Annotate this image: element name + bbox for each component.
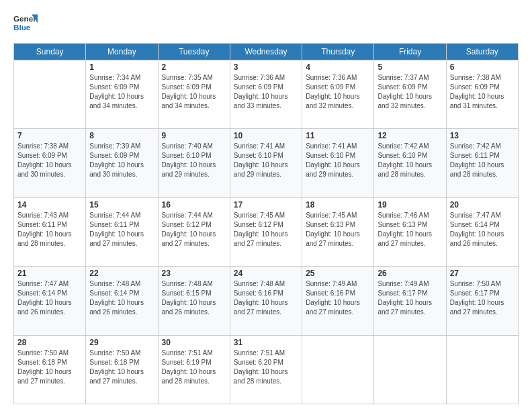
day-number: 2: [162, 62, 226, 72]
day-number: 25: [306, 269, 370, 278]
day-of-week-header: Saturday: [446, 44, 518, 60]
day-number: 13: [450, 131, 515, 140]
day-number: 22: [89, 269, 154, 278]
logo-flag-icon: General Blue: [13, 12, 38, 36]
day-number: 14: [17, 200, 82, 210]
day-number: 29: [89, 338, 154, 347]
calendar-cell: 14Sunrise: 7:43 AMSunset: 6:11 PMDayligh…: [14, 197, 86, 266]
day-number: 12: [378, 131, 442, 140]
day-info: Sunrise: 7:37 AMSunset: 6:09 PMDaylight:…: [378, 73, 442, 111]
calendar-cell: [374, 335, 446, 404]
header: General Blue: [13, 12, 519, 36]
logo: General Blue: [13, 12, 38, 36]
day-info: Sunrise: 7:36 AMSunset: 6:09 PMDaylight:…: [306, 73, 370, 111]
day-info: Sunrise: 7:49 AMSunset: 6:16 PMDaylight:…: [306, 279, 370, 317]
day-number: 4: [306, 62, 370, 72]
calendar-week-row: 28Sunrise: 7:50 AMSunset: 6:18 PMDayligh…: [14, 335, 519, 404]
day-info: Sunrise: 7:45 AMSunset: 6:13 PMDaylight:…: [306, 211, 370, 248]
calendar-header-row: SundayMondayTuesdayWednesdayThursdayFrid…: [14, 44, 519, 60]
day-number: 16: [162, 200, 226, 210]
calendar-cell: 17Sunrise: 7:45 AMSunset: 6:12 PMDayligh…: [230, 197, 302, 266]
calendar-page: General Blue SundayMondayTuesdayWednesda…: [0, 0, 532, 411]
day-number: 24: [234, 269, 298, 278]
calendar-cell: 3Sunrise: 7:36 AMSunset: 6:09 PMDaylight…: [230, 60, 302, 129]
calendar-week-row: 1Sunrise: 7:34 AMSunset: 6:09 PMDaylight…: [14, 60, 519, 129]
day-number: 28: [17, 338, 82, 347]
calendar-cell: 22Sunrise: 7:48 AMSunset: 6:14 PMDayligh…: [86, 267, 158, 335]
calendar-week-row: 21Sunrise: 7:47 AMSunset: 6:14 PMDayligh…: [14, 267, 519, 335]
day-info: Sunrise: 7:41 AMSunset: 6:10 PMDaylight:…: [306, 142, 370, 179]
calendar-cell: 25Sunrise: 7:49 AMSunset: 6:16 PMDayligh…: [302, 267, 374, 335]
calendar-cell: 30Sunrise: 7:51 AMSunset: 6:19 PMDayligh…: [158, 335, 230, 404]
day-number: 7: [17, 131, 82, 140]
day-number: 9: [162, 131, 226, 140]
day-info: Sunrise: 7:47 AMSunset: 6:14 PMDaylight:…: [450, 211, 515, 248]
calendar-cell: 20Sunrise: 7:47 AMSunset: 6:14 PMDayligh…: [446, 197, 518, 266]
day-info: Sunrise: 7:40 AMSunset: 6:10 PMDaylight:…: [162, 142, 226, 179]
day-info: Sunrise: 7:49 AMSunset: 6:17 PMDaylight:…: [378, 279, 442, 317]
day-info: Sunrise: 7:42 AMSunset: 6:10 PMDaylight:…: [378, 142, 442, 179]
day-number: 3: [234, 62, 298, 72]
day-info: Sunrise: 7:41 AMSunset: 6:10 PMDaylight:…: [234, 142, 298, 179]
day-info: Sunrise: 7:43 AMSunset: 6:11 PMDaylight:…: [17, 211, 82, 248]
calendar-cell: 18Sunrise: 7:45 AMSunset: 6:13 PMDayligh…: [302, 197, 374, 266]
day-number: 6: [450, 62, 515, 72]
day-info: Sunrise: 7:50 AMSunset: 6:17 PMDaylight:…: [450, 279, 515, 317]
calendar-cell: 1Sunrise: 7:34 AMSunset: 6:09 PMDaylight…: [86, 60, 158, 129]
calendar-week-row: 14Sunrise: 7:43 AMSunset: 6:11 PMDayligh…: [14, 197, 519, 266]
calendar-cell: 9Sunrise: 7:40 AMSunset: 6:10 PMDaylight…: [158, 129, 230, 197]
calendar-cell: 4Sunrise: 7:36 AMSunset: 6:09 PMDaylight…: [302, 60, 374, 129]
day-number: 11: [306, 131, 370, 140]
day-of-week-header: Tuesday: [158, 44, 230, 60]
calendar-cell: 19Sunrise: 7:46 AMSunset: 6:13 PMDayligh…: [374, 197, 446, 266]
day-of-week-header: Monday: [86, 44, 158, 60]
day-info: Sunrise: 7:34 AMSunset: 6:09 PMDaylight:…: [89, 73, 154, 111]
calendar-cell: 31Sunrise: 7:51 AMSunset: 6:20 PMDayligh…: [230, 335, 302, 404]
day-info: Sunrise: 7:51 AMSunset: 6:20 PMDaylight:…: [234, 349, 298, 386]
day-info: Sunrise: 7:35 AMSunset: 6:09 PMDaylight:…: [162, 73, 226, 111]
calendar-cell: [14, 60, 86, 129]
day-info: Sunrise: 7:38 AMSunset: 6:09 PMDaylight:…: [17, 142, 82, 179]
day-number: 17: [234, 200, 298, 210]
calendar-cell: 8Sunrise: 7:39 AMSunset: 6:09 PMDaylight…: [86, 129, 158, 197]
day-number: 27: [450, 269, 515, 278]
calendar-cell: 7Sunrise: 7:38 AMSunset: 6:09 PMDaylight…: [14, 129, 86, 197]
calendar-cell: 11Sunrise: 7:41 AMSunset: 6:10 PMDayligh…: [302, 129, 374, 197]
day-info: Sunrise: 7:44 AMSunset: 6:12 PMDaylight:…: [162, 211, 226, 248]
day-number: 8: [89, 131, 154, 140]
calendar-cell: [446, 335, 518, 404]
day-number: 23: [162, 269, 226, 278]
day-number: 1: [89, 62, 154, 72]
calendar-cell: 28Sunrise: 7:50 AMSunset: 6:18 PMDayligh…: [14, 335, 86, 404]
calendar-cell: 2Sunrise: 7:35 AMSunset: 6:09 PMDaylight…: [158, 60, 230, 129]
day-info: Sunrise: 7:47 AMSunset: 6:14 PMDaylight:…: [17, 279, 82, 317]
calendar-cell: 13Sunrise: 7:42 AMSunset: 6:11 PMDayligh…: [446, 129, 518, 197]
day-info: Sunrise: 7:42 AMSunset: 6:11 PMDaylight:…: [450, 142, 515, 179]
calendar-cell: 26Sunrise: 7:49 AMSunset: 6:17 PMDayligh…: [374, 267, 446, 335]
day-info: Sunrise: 7:36 AMSunset: 6:09 PMDaylight:…: [234, 73, 298, 111]
day-of-week-header: Wednesday: [230, 44, 302, 60]
day-info: Sunrise: 7:45 AMSunset: 6:12 PMDaylight:…: [234, 211, 298, 248]
day-info: Sunrise: 7:46 AMSunset: 6:13 PMDaylight:…: [378, 211, 442, 248]
calendar-cell: 15Sunrise: 7:44 AMSunset: 6:11 PMDayligh…: [86, 197, 158, 266]
day-info: Sunrise: 7:48 AMSunset: 6:14 PMDaylight:…: [89, 279, 154, 317]
day-number: 15: [89, 200, 154, 210]
day-info: Sunrise: 7:38 AMSunset: 6:09 PMDaylight:…: [450, 73, 515, 111]
calendar-cell: 16Sunrise: 7:44 AMSunset: 6:12 PMDayligh…: [158, 197, 230, 266]
svg-text:Blue: Blue: [13, 23, 31, 32]
calendar-cell: 24Sunrise: 7:48 AMSunset: 6:16 PMDayligh…: [230, 267, 302, 335]
calendar-week-row: 7Sunrise: 7:38 AMSunset: 6:09 PMDaylight…: [14, 129, 519, 197]
day-number: 30: [162, 338, 226, 347]
day-of-week-header: Thursday: [302, 44, 374, 60]
calendar-cell: 6Sunrise: 7:38 AMSunset: 6:09 PMDaylight…: [446, 60, 518, 129]
day-of-week-header: Friday: [374, 44, 446, 60]
day-number: 31: [234, 338, 298, 347]
day-number: 18: [306, 200, 370, 210]
calendar-cell: 5Sunrise: 7:37 AMSunset: 6:09 PMDaylight…: [374, 60, 446, 129]
calendar-table: SundayMondayTuesdayWednesdayThursdayFrid…: [13, 43, 519, 404]
day-number: 19: [378, 200, 442, 210]
day-info: Sunrise: 7:48 AMSunset: 6:16 PMDaylight:…: [234, 279, 298, 317]
calendar-cell: 29Sunrise: 7:50 AMSunset: 6:18 PMDayligh…: [86, 335, 158, 404]
day-info: Sunrise: 7:50 AMSunset: 6:18 PMDaylight:…: [89, 349, 154, 386]
day-number: 21: [17, 269, 82, 278]
